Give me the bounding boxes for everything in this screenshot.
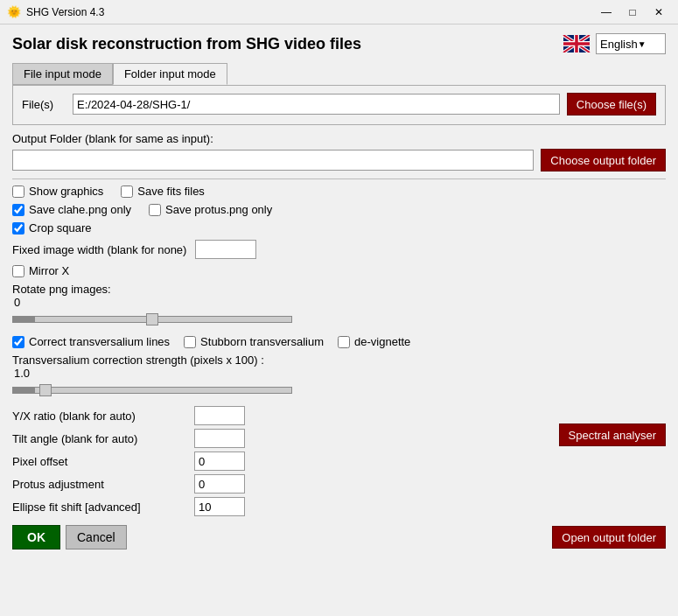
rotate-value: 0	[12, 296, 666, 309]
bottom-left-buttons: OK Cancel	[12, 525, 127, 550]
mirror-x-text: Mirror X	[29, 264, 69, 277]
protus-adjustment-label: Protus adjustment	[12, 478, 187, 491]
file-section-box: File(s) Choose file(s)	[12, 85, 666, 125]
output-folder-input[interactable]	[12, 150, 534, 171]
save-clahe-checkbox[interactable]	[12, 204, 24, 216]
options-row-2: Save clahe.png only Save protus.png only	[12, 203, 666, 216]
ratio-section: Y/X ratio (blank for auto) Tilt angle (b…	[12, 406, 666, 516]
show-graphics-label[interactable]: Show graphics	[12, 185, 103, 198]
correct-transversalium-checkbox[interactable]	[12, 336, 24, 348]
crop-square-text: Crop square	[29, 221, 92, 234]
maximize-button[interactable]: □	[620, 3, 645, 22]
mirror-x-label[interactable]: Mirror X	[12, 264, 69, 277]
save-clahe-text: Save clahe.png only	[29, 203, 131, 216]
save-fits-text: Save fits files	[137, 185, 205, 198]
mirror-x-checkbox[interactable]	[12, 265, 24, 277]
ratio-grid: Y/X ratio (blank for auto) Tilt angle (b…	[12, 406, 666, 516]
main-window: Solar disk reconstruction from SHG video…	[0, 24, 678, 558]
options-row-1: Show graphics Save fits files	[12, 185, 666, 198]
rotate-slider[interactable]	[12, 316, 292, 323]
bottom-buttons-row: OK Cancel Open output folder	[12, 525, 666, 550]
transversalium-options: Correct transversalium lines Stubborn tr…	[12, 335, 666, 348]
de-vignette-label[interactable]: de-vignette	[338, 335, 410, 348]
correct-transversalium-text: Correct transversalium lines	[29, 335, 170, 348]
rotate-section: Rotate png images: 0	[12, 283, 666, 328]
file-row: File(s) Choose file(s)	[22, 93, 656, 116]
strength-value: 1.0	[12, 367, 666, 380]
fixed-width-row: Fixed image width (blank for none)	[12, 240, 666, 259]
tab-row: File input mode Folder input mode	[12, 63, 666, 85]
ellipse-fit-shift-input[interactable]	[194, 497, 245, 516]
crop-square-label[interactable]: Crop square	[12, 221, 92, 234]
strength-slider[interactable]	[12, 387, 292, 394]
stubborn-transversalium-checkbox[interactable]	[184, 336, 196, 348]
pixel-offset-input[interactable]	[194, 452, 245, 471]
file-input[interactable]	[73, 94, 560, 115]
app-icon: 🌞	[7, 5, 21, 19]
save-protus-label[interactable]: Save protus.png only	[149, 203, 272, 216]
language-label: English	[600, 38, 638, 51]
rotate-slider-container	[12, 311, 666, 328]
title-bar: 🌞 SHG Version 4.3 — □ ✕	[0, 0, 678, 24]
ellipse-fit-shift-label: Ellipse fit shift [advanced]	[12, 500, 187, 514]
output-label: Output Folder (blank for same as input):	[12, 132, 666, 145]
save-fits-checkbox[interactable]	[121, 186, 133, 198]
strength-slider-container	[12, 382, 666, 399]
mirror-row: Mirror X	[12, 264, 666, 277]
output-section: Output Folder (blank for same as input):…	[12, 132, 666, 172]
spectral-analyser-button[interactable]: Spectral analyser	[559, 424, 666, 446]
save-protus-checkbox[interactable]	[149, 204, 161, 216]
open-output-folder-button[interactable]: Open output folder	[552, 526, 666, 549]
yx-ratio-input[interactable]	[194, 406, 245, 425]
save-clahe-label[interactable]: Save clahe.png only	[12, 203, 131, 216]
output-row: Choose output folder	[12, 149, 666, 172]
options-row-3: Crop square	[12, 221, 666, 234]
app-title: Solar disk reconstruction from SHG video…	[12, 35, 361, 53]
strength-label: Transversalium correction strength (pixe…	[12, 354, 666, 367]
close-button[interactable]: ✕	[647, 3, 671, 22]
file-label: File(s)	[22, 98, 66, 111]
title-bar-text: SHG Version 4.3	[26, 6, 594, 18]
cancel-button[interactable]: Cancel	[66, 525, 127, 550]
tilt-angle-input[interactable]	[194, 429, 245, 448]
flag-icon	[563, 35, 591, 52]
correct-transversalium-label[interactable]: Correct transversalium lines	[12, 335, 170, 348]
ok-button[interactable]: OK	[12, 525, 60, 550]
language-dropdown[interactable]: English ▼	[596, 33, 666, 54]
stubborn-transversalium-text: Stubborn transversalium	[200, 335, 324, 348]
rotate-label: Rotate png images:	[12, 283, 666, 296]
crop-square-checkbox[interactable]	[12, 222, 24, 234]
show-graphics-text: Show graphics	[29, 185, 103, 198]
window-controls: — □ ✕	[594, 3, 671, 22]
strength-section: Transversalium correction strength (pixe…	[12, 354, 666, 399]
save-fits-label[interactable]: Save fits files	[121, 185, 205, 198]
fixed-width-input[interactable]	[195, 240, 256, 259]
show-graphics-checkbox[interactable]	[12, 186, 24, 198]
stubborn-transversalium-label[interactable]: Stubborn transversalium	[184, 335, 324, 348]
tab-folder-input-mode[interactable]: Folder input mode	[113, 63, 227, 85]
choose-output-folder-button[interactable]: Choose output folder	[541, 149, 666, 172]
de-vignette-checkbox[interactable]	[338, 336, 350, 348]
divider-1	[12, 178, 666, 179]
protus-adjustment-input[interactable]	[194, 474, 245, 494]
dropdown-arrow: ▼	[638, 39, 661, 49]
tilt-angle-label: Tilt angle (blank for auto)	[12, 432, 187, 445]
choose-files-button[interactable]: Choose file(s)	[567, 93, 656, 116]
de-vignette-text: de-vignette	[354, 335, 410, 348]
fixed-width-label: Fixed image width (blank for none)	[12, 243, 186, 256]
app-header: Solar disk reconstruction from SHG video…	[12, 33, 666, 54]
pixel-offset-label: Pixel offset	[12, 455, 187, 468]
language-selector: English ▼	[563, 33, 666, 54]
minimize-button[interactable]: —	[594, 3, 619, 22]
yx-ratio-label: Y/X ratio (blank for auto)	[12, 410, 187, 423]
tab-file-input-mode[interactable]: File input mode	[12, 63, 113, 85]
save-protus-text: Save protus.png only	[165, 203, 272, 216]
